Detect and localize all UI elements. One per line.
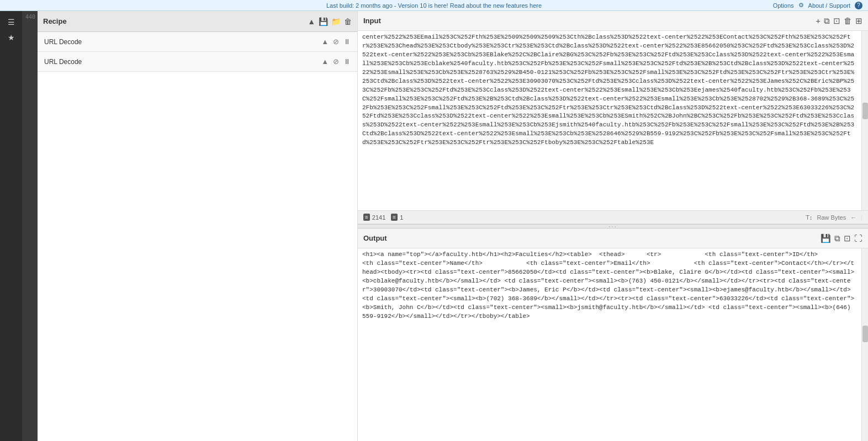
input-line-count: ≡ 2141 (363, 214, 385, 221)
recipe-header: Recipe ▲ 💾 📁 🗑 (38, 11, 357, 32)
help-icon[interactable]: ? (855, 2, 862, 9)
input-footer-right: T↕ Raw Bytes ← | (806, 214, 862, 221)
options-label[interactable]: Options (773, 2, 794, 9)
input-arrow-icon[interactable]: ← (850, 214, 856, 221)
recipe-item-1-chevron-up[interactable]: ▲ (321, 38, 329, 46)
output-scrollbar[interactable] (861, 248, 868, 441)
output-pane-header: Output 💾 ⧉ ⊡ ⛶ (358, 229, 868, 248)
output-content[interactable]: <h1><a name="top"></a>faculty.htb</h1><h… (358, 248, 861, 441)
recipe-item-1-controls: ▲ ⊘ ⏸ (321, 38, 351, 46)
recipe-item-1-disable-icon[interactable]: ⊘ (333, 38, 339, 46)
input-content[interactable]: center%2522%253EEmail%253C%252Fth%253E%2… (358, 31, 861, 210)
output-expand-icon[interactable]: ⛶ (854, 233, 862, 243)
recipe-panel: Recipe ▲ 💾 📁 🗑 URL Decode ▲ ⊘ ⏸ URL Dec (38, 11, 358, 441)
recipe-item-2-chevron-up[interactable]: ▲ (321, 57, 329, 66)
top-right-nav: Options ⚙ About / Support ? (773, 0, 862, 10)
output-copy-icon[interactable]: ⧉ (834, 233, 840, 243)
recipe-item-2: URL Decode ▲ ⊘ ⏸ (38, 52, 357, 72)
recipe-title: Recipe (43, 17, 67, 25)
recipe-item-2-name: URL Decode (44, 58, 82, 66)
input-line-count-value: 2141 (372, 214, 385, 221)
banner-text: Last build: 2 months ago - Version 10 is… (326, 2, 542, 9)
recipe-item-1-pause-icon[interactable]: ⏸ (343, 38, 351, 46)
icon-sidebar: ☰ ★ (0, 11, 22, 441)
cog-icon[interactable]: ⚙ (798, 2, 804, 9)
output-pane-icons: 💾 ⧉ ⊡ ⛶ (821, 233, 862, 243)
line-numbers: 440 (22, 11, 38, 441)
raw-bytes-label[interactable]: Raw Bytes (817, 214, 846, 221)
output-window-icon[interactable]: ⊡ (844, 233, 851, 243)
recipe-item-2-disable-icon[interactable]: ⊘ (333, 57, 339, 66)
input-trash-icon[interactable]: 🗑 (844, 16, 852, 25)
input-pane-footer: ≡ 2141 ≡ 1 T↕ Raw Bytes ← | (358, 210, 868, 224)
input-new-window-icon[interactable]: ⧉ (824, 16, 830, 26)
input-scrollbar-thumb[interactable] (862, 103, 868, 119)
output-pane: Output 💾 ⧉ ⊡ ⛶ <h1><a name="top"></a>fac… (358, 229, 868, 441)
main-area: ☰ ★ 440 Recipe ▲ 💾 📁 🗑 URL Decode (0, 11, 868, 441)
content-area: Input + ⧉ ⊡ 🗑 ⊞ center%2522%253EEmail%25… (358, 11, 868, 441)
input-pane-title: Input (363, 17, 381, 25)
recipe-chevron-up-icon[interactable]: ▲ (308, 17, 315, 26)
output-scrollbar-thumb[interactable] (862, 326, 868, 342)
recipe-item-2-pause-icon[interactable]: ⏸ (343, 57, 351, 66)
recipe-item-1: URL Decode ▲ ⊘ ⏸ (38, 32, 357, 52)
input-plus-icon[interactable]: + (816, 16, 821, 25)
recipe-item-2-controls: ▲ ⊘ ⏸ (321, 57, 351, 66)
input-pane: Input + ⧉ ⊡ 🗑 ⊞ center%2522%253EEmail%25… (358, 11, 868, 224)
about-support-link[interactable]: About / Support (808, 2, 850, 9)
input-selection-count-value: 1 (400, 214, 403, 221)
raw-bytes-icon: T↕ (806, 214, 812, 221)
recipe-item-2-header[interactable]: URL Decode ▲ ⊘ ⏸ (38, 52, 357, 71)
pane-divider[interactable] (358, 224, 868, 229)
recipe-header-icons: ▲ 💾 📁 🗑 (308, 17, 352, 26)
recipe-folder-icon[interactable]: 📁 (331, 17, 341, 26)
input-selection-count: ≡ 1 (391, 214, 403, 221)
input-pane-header: Input + ⧉ ⊡ 🗑 ⊞ (358, 11, 868, 31)
recipe-save-icon[interactable]: 💾 (319, 17, 328, 26)
input-footer-left: ≡ 2141 ≡ 1 (363, 214, 403, 221)
sidebar-toggle-btn[interactable]: ☰ (3, 15, 19, 29)
input-vertical-line: | (861, 214, 862, 221)
input-grid-icon[interactable]: ⊞ (855, 16, 862, 26)
output-scroll-area: <h1><a name="top"></a>faculty.htb</h1><h… (358, 248, 868, 441)
output-save-icon[interactable]: 💾 (821, 233, 831, 243)
recipe-trash-icon[interactable]: 🗑 (344, 17, 352, 26)
top-banner: Last build: 2 months ago - Version 10 is… (0, 0, 868, 11)
banner-link[interactable]: Read about the new features here (450, 2, 542, 9)
recipe-item-1-header[interactable]: URL Decode ▲ ⊘ ⏸ (38, 32, 357, 51)
input-scroll-area: center%2522%253EEmail%253C%252Fth%253E%2… (358, 31, 868, 210)
input-pane-icons: + ⧉ ⊡ 🗑 ⊞ (816, 16, 862, 26)
star-icon[interactable]: ★ (3, 31, 19, 44)
output-pane-title: Output (363, 234, 387, 242)
input-copy-icon[interactable]: ⊡ (833, 16, 840, 26)
selection-count-icon: ≡ (391, 214, 398, 221)
recipe-item-1-name: URL Decode (44, 38, 82, 46)
line-count-icon: ≡ (363, 214, 370, 221)
input-scrollbar[interactable] (861, 31, 868, 210)
